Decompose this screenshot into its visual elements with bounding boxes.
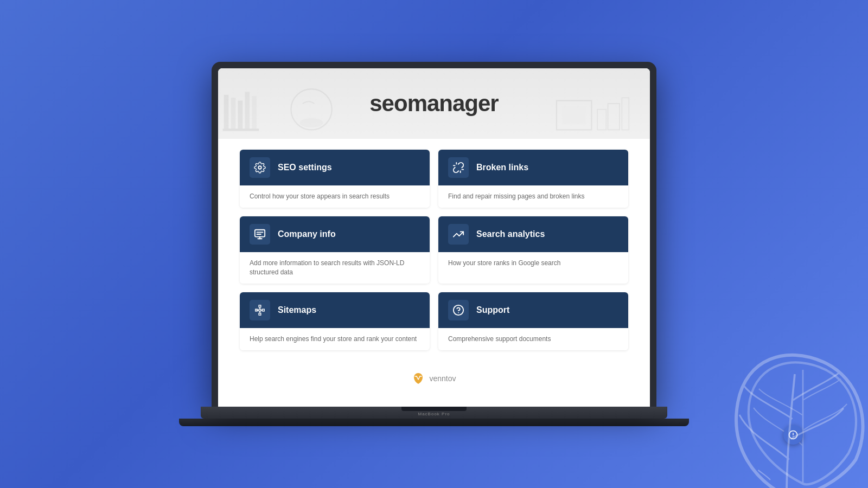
broken-links-desc: Find and repair missing pages and broken… xyxy=(448,192,618,201)
sitemaps-icon xyxy=(250,300,270,320)
laptop-stand xyxy=(179,419,689,426)
seo-settings-icon xyxy=(250,157,270,178)
support-desc: Comprehensive support documents xyxy=(448,335,618,344)
laptop-screen: seomanager xyxy=(218,68,650,406)
broken-links-card[interactable]: Broken links Find and repair missing pag… xyxy=(438,150,628,208)
gear-icon xyxy=(254,162,266,174)
svg-rect-10 xyxy=(597,110,606,130)
laptop-model-label: MacBook Pro xyxy=(418,411,450,416)
seo-settings-title: SEO settings xyxy=(278,163,332,172)
laptop-screen-frame: seomanager xyxy=(212,62,656,406)
svg-rect-3 xyxy=(245,92,250,130)
svg-rect-24 xyxy=(259,309,261,311)
svg-rect-11 xyxy=(608,104,620,130)
seo-settings-card-header[interactable]: SEO settings xyxy=(240,150,430,185)
broken-links-card-header[interactable]: Broken links xyxy=(438,150,628,185)
support-body: Comprehensive support documents xyxy=(438,328,628,350)
seo-settings-body: Control how your store appears in search… xyxy=(240,185,430,208)
search-analytics-card[interactable]: Search analytics How your store ranks in… xyxy=(438,216,628,284)
svg-rect-17 xyxy=(255,230,265,237)
support-title: Support xyxy=(476,305,509,315)
app-container: seomanager xyxy=(218,68,650,406)
sitemaps-card-header[interactable]: Sitemaps xyxy=(240,292,430,328)
svg-rect-4 xyxy=(252,96,257,130)
svg-point-7 xyxy=(300,118,323,127)
analytics-icon xyxy=(452,228,464,240)
company-info-desc: Add more information to search results w… xyxy=(250,259,420,277)
support-card-header[interactable]: Support xyxy=(438,292,628,328)
company-info-icon xyxy=(250,224,270,245)
broken-links-body: Find and repair missing pages and broken… xyxy=(438,185,628,208)
sitemap-icon xyxy=(254,304,266,316)
help-circle-icon xyxy=(452,304,464,316)
venntov-logo-icon xyxy=(412,372,425,385)
sitemaps-title: Sitemaps xyxy=(278,305,316,315)
svg-rect-1 xyxy=(231,98,236,130)
seo-settings-card[interactable]: SEO settings Control how your store appe… xyxy=(240,150,430,208)
company-info-body: Add more information to search results w… xyxy=(240,252,430,284)
laptop-base: MacBook Pro xyxy=(201,407,667,419)
sitemaps-desc: Help search engines find your store and … xyxy=(250,335,420,344)
watermark-leaf xyxy=(722,342,868,488)
venntov-text: venntov xyxy=(429,374,456,383)
feature-cards-grid: SEO settings Control how your store appe… xyxy=(240,150,628,350)
broken-links-title: Broken links xyxy=(476,163,528,172)
company-info-card[interactable]: Company info Add more information to sea… xyxy=(240,216,430,284)
search-analytics-icon xyxy=(448,224,469,245)
svg-rect-22 xyxy=(259,305,261,307)
svg-rect-25 xyxy=(263,309,265,311)
company-info-title: Company info xyxy=(278,229,336,239)
logo-bold-text: manager xyxy=(407,91,499,116)
svg-rect-9 xyxy=(563,107,586,124)
search-analytics-body: How your store ranks in Google search xyxy=(438,252,628,274)
search-analytics-title: Search analytics xyxy=(476,229,545,239)
app-header: seomanager xyxy=(218,68,650,139)
svg-rect-12 xyxy=(622,98,629,130)
seo-settings-desc: Control how your store appears in search… xyxy=(250,192,420,201)
svg-rect-26 xyxy=(259,313,261,315)
venntov-branding: venntov xyxy=(240,367,628,390)
sitemaps-body: Help search engines find your store and … xyxy=(240,328,430,350)
app-logo: seomanager xyxy=(369,91,498,117)
support-icon xyxy=(448,300,469,320)
company-info-card-header[interactable]: Company info xyxy=(240,216,430,252)
company-icon xyxy=(254,228,266,240)
svg-rect-5 xyxy=(223,129,259,131)
svg-rect-0 xyxy=(224,95,229,130)
logo-light-text: seo xyxy=(369,91,407,116)
sitemaps-card[interactable]: Sitemaps Help search engines find your s… xyxy=(240,292,430,350)
svg-rect-2 xyxy=(238,101,243,130)
app-main-body: SEO settings Control how your store appe… xyxy=(218,139,650,406)
search-analytics-card-header[interactable]: Search analytics xyxy=(438,216,628,252)
search-analytics-desc: How your store ranks in Google search xyxy=(448,259,618,268)
broken-link-icon xyxy=(452,162,464,174)
support-card[interactable]: Support Comprehensive support documents xyxy=(438,292,628,350)
broken-links-icon xyxy=(448,157,469,178)
laptop-container: seomanager xyxy=(190,62,678,426)
